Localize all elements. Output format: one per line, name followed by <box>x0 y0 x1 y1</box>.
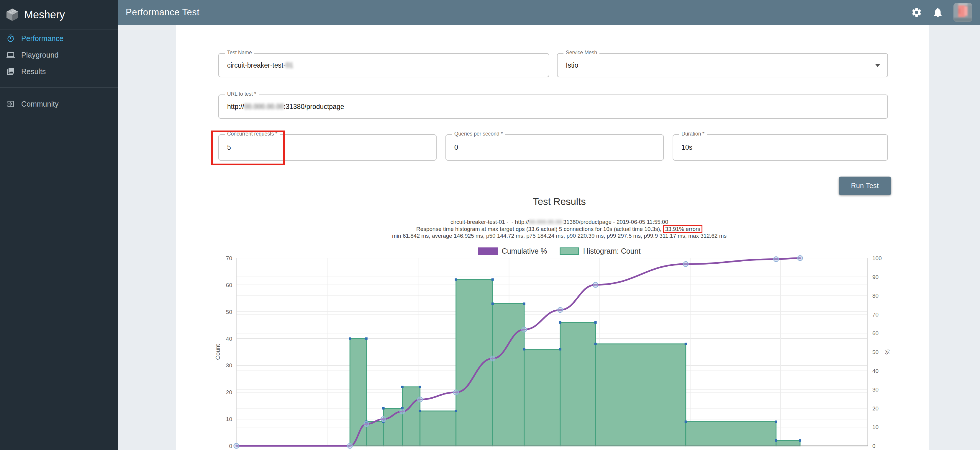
test-name-field[interactable]: Test Name circuit-breaker-test-01 <box>218 53 549 77</box>
sidebar-item-community[interactable]: Community <box>0 96 118 112</box>
histogram-bar <box>560 322 596 446</box>
avatar-image <box>953 3 972 22</box>
histogram-bar <box>776 440 800 446</box>
svg-text:100: 100 <box>872 255 882 261</box>
summary-line-3: min 61.842 ms, average 146.925 ms, p50 1… <box>213 232 906 239</box>
chevron-down-icon <box>875 64 880 67</box>
user-avatar[interactable] <box>953 3 972 22</box>
gallery-icon <box>6 67 15 76</box>
page-title: Performance Test <box>126 7 199 18</box>
results-title: Test Results <box>213 196 906 207</box>
laptop-icon <box>6 51 15 59</box>
histogram-bars <box>350 279 800 446</box>
url-prefix: http:// <box>227 103 244 111</box>
sidebar-divider <box>0 122 118 122</box>
app-name: Meshery <box>24 8 65 21</box>
header-actions <box>911 0 972 25</box>
histogram-bar <box>456 279 493 446</box>
svg-text:50: 50 <box>226 309 232 315</box>
summary-redacted-host: 00.000.00.00: <box>529 219 563 226</box>
duration-field[interactable]: Duration * 10s <box>673 134 888 161</box>
histogram-bar <box>493 303 524 446</box>
sidebar-divider <box>0 88 118 88</box>
url-field[interactable]: URL to test * http://00.000.00.00:31380/… <box>218 94 888 119</box>
svg-text:10: 10 <box>226 416 232 422</box>
y-axis-title-count: Count <box>215 344 221 360</box>
meshery-app: Meshery Performance Playground Results <box>0 0 980 450</box>
service-mesh-select[interactable]: Service Mesh Istio <box>557 53 888 77</box>
url-label: URL to test * <box>225 91 259 97</box>
y-axis-title-percent: % <box>884 349 891 354</box>
service-mesh-value: Istio <box>566 61 578 69</box>
sidebar-item-performance[interactable]: Performance <box>0 30 118 47</box>
svg-text:30: 30 <box>872 386 878 393</box>
concurrent-requests-label: Concurrent requests * <box>225 131 280 137</box>
svg-text:60: 60 <box>872 330 878 336</box>
sidebar-item-label: Community <box>21 100 59 109</box>
histogram-bar <box>420 411 456 446</box>
test-name-value: circuit-breaker-test- <box>227 61 286 69</box>
sidebar: Meshery Performance Playground Results <box>0 0 118 450</box>
duration-value: 10s <box>681 144 692 152</box>
results-summary: circuit-breaker-test-01 -_- http://00.00… <box>213 219 906 239</box>
svg-text:70: 70 <box>872 311 878 318</box>
service-mesh-label: Service Mesh <box>563 49 600 56</box>
svg-text:40: 40 <box>872 368 878 374</box>
svg-text:30: 30 <box>226 362 232 369</box>
sidebar-item-playground[interactable]: Playground <box>0 47 118 63</box>
histogram-bar <box>686 422 776 446</box>
sidebar-item-results[interactable]: Results <box>0 63 118 80</box>
app-header: Performance Test <box>118 0 980 25</box>
url-suffix: :31380/productpage <box>284 103 344 111</box>
run-test-button[interactable]: Run Test <box>839 177 891 195</box>
sidebar-item-label: Results <box>21 67 46 76</box>
summary-line-2: Response time histogram at max target qp… <box>213 226 906 233</box>
timer-icon <box>6 34 15 43</box>
svg-text:90: 90 <box>872 274 878 280</box>
notifications-bell-icon[interactable] <box>932 7 943 18</box>
svg-text:0: 0 <box>872 443 875 449</box>
svg-text:40: 40 <box>226 336 232 342</box>
results-chart: 010203040506070Count01020304050607080901… <box>213 254 906 450</box>
histogram-bar <box>350 339 366 446</box>
y-axis-left: 010203040506070Count <box>215 255 232 449</box>
exit-to-app-icon <box>6 100 15 108</box>
app-logo[interactable]: Meshery <box>0 0 118 30</box>
svg-text:10: 10 <box>872 424 878 430</box>
svg-text:80: 80 <box>872 293 878 299</box>
settings-gear-icon[interactable] <box>911 7 922 18</box>
summary-line-1: circuit-breaker-test-01 -_- http://00.00… <box>213 219 906 226</box>
queries-per-second-field[interactable]: Queries per second * 0 <box>445 134 664 161</box>
histogram-bar <box>383 409 402 446</box>
meshery-logo-icon <box>5 8 19 22</box>
svg-text:0: 0 <box>229 443 232 449</box>
queries-per-second-value: 0 <box>454 144 458 152</box>
concurrent-requests-field[interactable]: Concurrent requests * 5 <box>218 134 437 161</box>
duration-label: Duration * <box>679 131 707 137</box>
test-name-value-redacted: 01 <box>286 61 293 69</box>
performance-card: Test Name circuit-breaker-test-01 Servic… <box>176 25 929 450</box>
svg-text:60: 60 <box>226 282 232 288</box>
annotation-box-errors: 33.91% errors <box>663 225 702 233</box>
sidebar-item-label: Performance <box>21 34 64 43</box>
sidebar-item-label: Playground <box>21 51 59 59</box>
test-name-label: Test Name <box>225 49 254 56</box>
svg-text:50: 50 <box>872 349 878 355</box>
url-redacted: 00.000.00.00 <box>244 103 284 111</box>
histogram-bar <box>402 387 420 446</box>
histogram-bar <box>524 349 560 446</box>
svg-text:20: 20 <box>226 389 232 396</box>
y-axis-right: 0102030405060708090100% <box>872 255 891 449</box>
concurrent-requests-value: 5 <box>227 144 231 152</box>
histogram-bar <box>596 344 686 446</box>
queries-per-second-label: Queries per second * <box>452 131 505 137</box>
histogram-chart-svg: 010203040506070Count01020304050607080901… <box>213 254 906 450</box>
svg-text:20: 20 <box>872 405 878 412</box>
svg-text:70: 70 <box>226 255 232 261</box>
